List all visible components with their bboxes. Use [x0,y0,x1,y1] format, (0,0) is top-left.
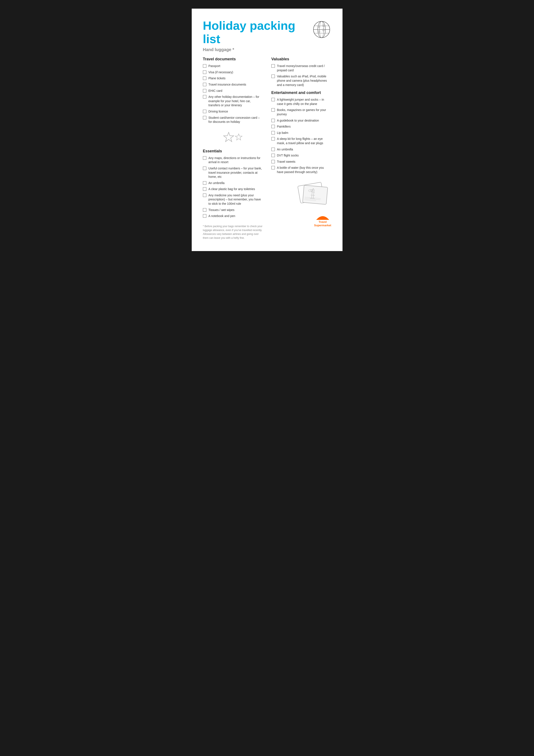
checkbox[interactable] [203,70,206,74]
entertainment-list: A lightweight jumper and socks – in case… [271,97,331,174]
checkbox[interactable] [271,148,275,151]
list-item: DVT flight socks [271,153,331,158]
list-item: Painkillers [271,124,331,129]
brand-logo: Travel Supermarket [314,212,331,227]
list-item: A bottle of water (buy this once you hav… [271,166,331,174]
item-text: Valuables such as iPad, iPod, mobile pho… [277,74,331,87]
star-large-icon [223,131,235,143]
brand-arc-icon [315,212,330,220]
checkbox[interactable] [271,166,275,169]
svg-marker-7 [235,134,242,140]
checkbox[interactable] [203,116,206,120]
globe-icon [312,20,331,39]
entertainment-heading: Entertainment and comfort [271,91,331,95]
checkbox[interactable] [271,154,275,157]
item-text: DVT flight socks [277,153,299,158]
list-item: A lightweight jumper and socks – in case… [271,97,331,106]
essentials-heading: Essentials [203,149,263,153]
list-item: An umbrella [271,148,331,152]
travel-docs-list: Passport Visa (if necessary) Plane ticke… [203,64,263,124]
checkbox[interactable] [271,137,275,141]
item-text: Any maps, directions or instructions for… [209,156,263,164]
passport-sketch-icon [292,177,331,210]
checkbox[interactable] [271,119,275,122]
list-item: A clear plastic bag for any toiletries [203,187,263,191]
item-text: Plane tickets [209,76,225,81]
item-text: A clear plastic bag for any toiletries [209,187,255,191]
brand-name: Travel Supermarket [314,220,331,227]
list-item: EHIC card [203,89,263,93]
list-item: Passport [203,64,263,68]
list-item: A notebook and pen [203,214,263,218]
list-item: Student card/senior concession card – fo… [203,116,263,124]
item-text: Lip balm [277,131,289,135]
list-item: A sleep kit for long flights – an eye ma… [271,137,331,145]
item-text: Travel money/overseas credit card / prep… [277,64,331,72]
list-item: Travel sweets [271,160,331,164]
item-text: An umbrella [209,181,225,185]
bottom-right: Travel Supermarket [271,177,331,227]
item-text: A lightweight jumper and socks – in case… [277,97,331,106]
list-item: Lip balm [271,131,331,135]
right-column: Valuables Travel money/overseas credit c… [271,56,331,240]
item-text: Travel insurance documents [209,83,246,87]
list-item: Tissues / wet wipes [203,208,263,212]
list-item: A guidebook to your destination [271,119,331,123]
checkbox[interactable] [271,108,275,112]
list-item: Travel insurance documents [203,83,263,87]
checkbox[interactable] [203,208,206,212]
item-text: Books, magazines or games for your journ… [277,108,331,116]
checkbox[interactable] [203,187,206,191]
page: Holiday packing list Hand luggage * Trav… [192,9,343,251]
checkbox[interactable] [203,167,206,170]
checkbox[interactable] [203,64,206,68]
item-text: Driving licence [209,109,228,114]
checkbox[interactable] [271,131,275,134]
checkbox[interactable] [271,160,275,163]
checkbox[interactable] [203,156,206,160]
main-content: Travel documents Passport Visa (if neces… [203,56,331,240]
item-text: Useful contact numbers – for your bank, … [209,166,263,179]
list-item: Any maps, directions or instructions for… [203,156,263,164]
list-item: Plane tickets [203,76,263,81]
valuables-list: Travel money/overseas credit card / prep… [271,64,331,87]
item-text: Any medicine you need (plus your prescri… [209,193,263,206]
item-text: Painkillers [277,124,291,129]
item-text: Visa (if necessary) [209,70,233,74]
list-item: Useful contact numbers – for your bank, … [203,166,263,179]
list-item: An umbrella [203,181,263,185]
checkbox[interactable] [271,64,275,68]
list-item: Driving licence [203,109,263,114]
hand-luggage-heading: Hand luggage * [203,47,331,52]
checkbox[interactable] [203,89,206,93]
checkbox[interactable] [271,98,275,101]
left-column: Travel documents Passport Visa (if neces… [203,56,263,240]
checkbox[interactable] [271,74,275,78]
checkbox[interactable] [203,214,206,218]
item-text: A guidebook to your destination [277,119,319,123]
checkbox[interactable] [203,194,206,197]
svg-marker-6 [224,132,234,142]
checkbox[interactable] [203,76,206,80]
checkbox[interactable] [203,110,206,113]
item-text: Student card/senior concession card – fo… [209,116,263,124]
stars-decoration [203,127,263,148]
list-item: Visa (if necessary) [203,70,263,74]
valuables-heading: Valuables [271,57,331,62]
list-item: Any medicine you need (plus your prescri… [203,193,263,206]
item-text: An umbrella [277,148,293,152]
checkbox[interactable] [203,83,206,86]
list-item: Valuables such as iPad, iPod, mobile pho… [271,74,331,87]
travel-docs-heading: Travel documents [203,57,263,62]
item-text: Any other holiday documentation – for ex… [209,95,263,108]
checkbox[interactable] [271,125,275,128]
item-text: A sleep kit for long flights – an eye ma… [277,137,331,145]
list-item: Any other holiday documentation – for ex… [203,95,263,108]
checkbox[interactable] [203,181,206,185]
footnote-text: * Before packing your bags remember to c… [203,224,263,240]
checkbox[interactable] [203,95,206,98]
page-title: Holiday packing list [203,19,312,45]
star-small-icon [235,133,243,141]
essentials-list: Any maps, directions or instructions for… [203,156,263,218]
item-text: EHIC card [209,89,222,93]
